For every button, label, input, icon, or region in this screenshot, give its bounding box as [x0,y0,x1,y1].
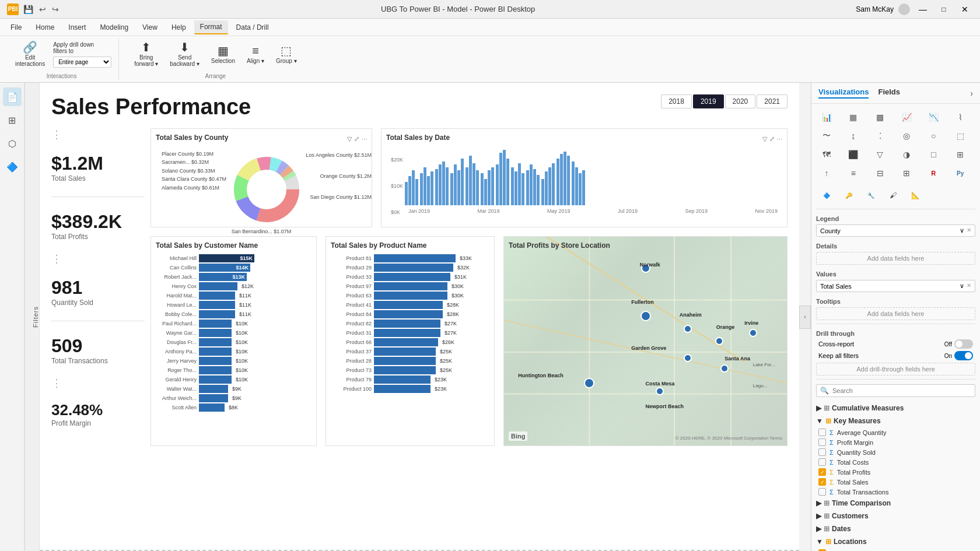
section-locations[interactable]: ▼ ⊞ Locations [816,535,975,548]
legend-clear-btn[interactable]: ✕ [967,227,971,234]
menu-file[interactable]: File [5,21,27,34]
section-key-measures[interactable]: ▼ ⊞ Key Measures [816,415,975,427]
field-avg-qty[interactable]: Σ Average Quantity [816,427,975,437]
viz-treemap[interactable]: ⬚ [950,127,971,145]
values-clear-btn[interactable]: ✕ [967,282,971,290]
menu-help[interactable]: Help [166,21,192,34]
details-add-field[interactable]: Add data fields here [816,252,975,265]
year-2020-btn[interactable]: 2020 [725,94,756,108]
menu-data-drill[interactable]: Data / Drill [230,21,275,34]
viz-matrix[interactable]: ⊞ [896,164,917,182]
field-total-sales-checkbox[interactable]: ✓ [818,478,826,486]
tab-fields[interactable]: Fields [878,87,900,99]
chart-county[interactable]: Total Sales by County ▽ ⤢ ··· Placer Cou… [150,128,372,227]
field-total-profits-checkbox[interactable]: ✓ [818,468,826,476]
viz-waterfall[interactable]: ↨ [843,127,864,145]
viz-pie[interactable]: ◎ [896,127,917,145]
viz-multi-card[interactable]: ⊞ [950,146,971,163]
field-total-profits[interactable]: ✓ Σ Total Profits [816,467,975,477]
sidebar-dax-icon[interactable]: 🔷 [3,157,22,176]
fields-search-box[interactable]: 🔍 [816,384,975,397]
panel-expand-icon[interactable]: › [970,89,973,98]
field-avg-qty-checkbox[interactable] [818,429,826,436]
section-customers[interactable]: ▶ ⊞ Customers [816,510,975,522]
viz-scatter[interactable]: ⁚ [870,127,891,145]
viz-filled-map[interactable]: ⬛ [843,146,864,163]
fields-search-input[interactable] [832,387,971,394]
viz-ribbon[interactable]: 〜 [816,127,837,145]
edit-interactions-btn[interactable]: 🔗 Editinteractions [12,39,48,69]
viz-table[interactable]: ⊟ [870,164,891,182]
menu-format[interactable]: Format [194,20,228,34]
chart-products[interactable]: Total Sales by Product Name Product 81 $… [326,236,495,446]
legend-dropdown[interactable]: County ∨ ✕ [816,224,975,237]
send-backward-btn[interactable]: ⬇ Sendbackward ▾ [166,39,203,69]
sidebar-model-icon[interactable]: ⬡ [3,134,22,153]
align-btn[interactable]: ≡ Align ▾ [243,43,268,66]
viz-line[interactable]: 📈 [896,108,917,126]
quick-access-save[interactable]: 💾 [22,3,34,15]
chart-customers[interactable]: Total Sales by Customer Name Michael Hil… [150,236,317,446]
viz-card[interactable]: □ [923,146,944,163]
viz-funnel[interactable]: ▽ [870,146,891,163]
drill-dropdown[interactable]: Entire page [53,57,111,68]
field-total-costs-checkbox[interactable] [818,458,826,466]
viz-ai-key[interactable]: 🔑 [838,187,859,204]
viz-bar-100[interactable]: ▩ [870,108,891,126]
chart-date[interactable]: Total Sales by Date ▽ ⤢ ··· $20K $10K $0… [381,128,788,227]
viz-py-visual[interactable]: Py [950,164,971,182]
filter-date-icon[interactable]: ▽ [762,135,767,143]
canvas-area[interactable]: Sales Performance 2018 2019 2020 2021 ⋮ … [40,83,799,551]
maximize-btn[interactable]: □ [936,1,952,17]
viz-r-visual[interactable]: R [923,164,944,182]
menu-modeling[interactable]: Modeling [94,21,134,34]
viz-gauge[interactable]: ◑ [896,146,917,163]
field-total-transactions[interactable]: Σ Total Transactions [816,487,975,497]
menu-view[interactable]: View [136,21,163,34]
bring-forward-btn[interactable]: ⬆ Bringforward ▾ [131,39,162,69]
menu-home[interactable]: Home [30,21,60,34]
expand-icon[interactable]: ⤢ [354,135,359,143]
viz-kpi[interactable]: ↑ [816,164,837,182]
viz-format[interactable]: 🖌 [883,187,904,204]
sidebar-data-icon[interactable]: ⊞ [3,111,22,129]
tab-visualizations[interactable]: Visualizations [818,87,869,99]
group-btn[interactable]: ⬚ Group ▾ [272,43,300,66]
field-profit-margin[interactable]: Σ Profit Margin [816,437,975,447]
selection-btn[interactable]: ▦ Selection [208,43,239,66]
field-county[interactable]: ✓ ≡ County [816,548,975,551]
values-dropdown[interactable]: Total Sales ∨ ✕ [816,280,975,292]
field-qty-sold-checkbox[interactable] [818,448,826,456]
right-panel-scroll[interactable]: 📊 ▦ ▩ 📈 📉 ⌇ 〜 ↨ ⁚ ◎ ○ ⬚ 🗺 ⬛ ▽ ◑ □ ⊞ ↑ ≡ [811,104,980,551]
year-2019-btn[interactable]: 2019 [693,94,724,108]
viz-analytics[interactable]: 📐 [905,187,926,204]
year-2018-btn[interactable]: 2018 [661,94,692,108]
viz-bar-cluster[interactable]: ▦ [843,108,864,126]
expand-date-icon[interactable]: ⤢ [769,135,775,143]
field-qty-sold[interactable]: Σ Quantity Sold [816,447,975,457]
keep-filters-toggle[interactable] [954,351,973,360]
viz-donut[interactable]: ○ [923,127,944,145]
year-2021-btn[interactable]: 2021 [757,94,788,108]
values-chevron[interactable]: ∨ [960,282,964,290]
sidebar-report-icon[interactable]: 📄 [3,87,22,106]
viz-slicer[interactable]: ≡ [843,164,864,182]
drill-add-field[interactable]: Add drill-through fields here [816,363,975,375]
tooltips-add-field[interactable]: Add data fields here [816,307,975,320]
minimize-btn[interactable]: — [915,1,931,17]
field-profit-margin-checkbox[interactable] [818,438,826,446]
section-time-comparison[interactable]: ▶ ⊞ Time Comparison [816,497,975,510]
viz-area[interactable]: 📉 [923,108,944,126]
close-btn[interactable]: ✕ [957,1,973,17]
quick-access-undo[interactable]: ↩ [38,3,47,15]
viz-ai-decomp[interactable]: 🔷 [816,187,837,204]
field-total-costs[interactable]: Σ Total Costs [816,457,975,467]
viz-bar-chart[interactable]: 📊 [816,108,837,126]
viz-map[interactable]: 🗺 [816,146,837,163]
viz-custom1[interactable]: 🔧 [860,187,881,204]
chart-map[interactable]: Total Profits by Store Location [503,236,788,446]
more-icon[interactable]: ··· [362,135,367,143]
cross-report-toggle[interactable] [954,339,973,349]
viz-line-cluster[interactable]: ⌇ [950,108,971,126]
quick-access-redo[interactable]: ↪ [51,3,60,15]
